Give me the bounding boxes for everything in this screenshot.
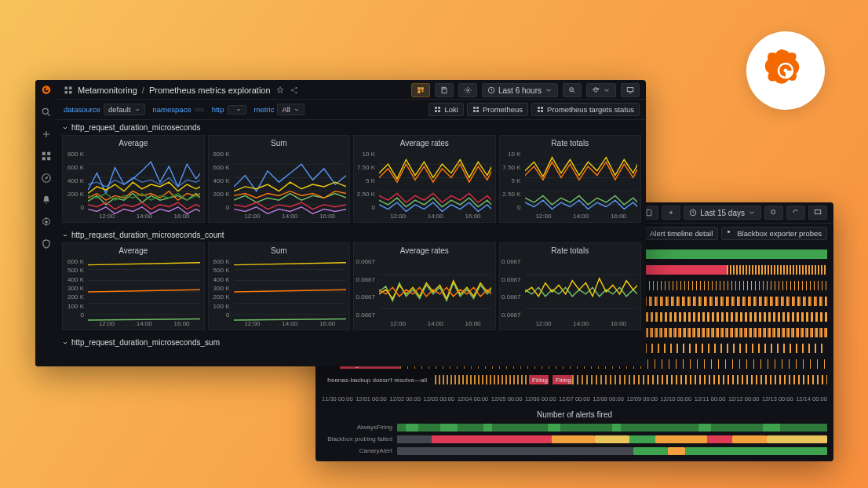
search-icon[interactable]: [41, 107, 52, 118]
clock-icon: [487, 86, 495, 94]
link-icon: [434, 106, 441, 113]
zoom-out-button-b[interactable]: [764, 206, 783, 220]
svg-rect-19: [421, 87, 423, 89]
breadcrumb-folder[interactable]: Metamonitoring: [78, 86, 137, 95]
time-picker-b[interactable]: Last 15 days: [684, 206, 761, 220]
link-prometheus[interactable]: Prometheus: [467, 103, 528, 116]
svg-rect-6: [47, 157, 50, 160]
breadcrumb-dashboard[interactable]: Prometheus metrics exploration: [149, 86, 271, 95]
chart-plot: [88, 258, 200, 326]
grafana-icon: [760, 46, 811, 96]
link-alert-timeline[interactable]: Alert timeline detail: [634, 227, 718, 240]
svg-line-16: [293, 89, 296, 90]
chevron-down-icon: [545, 86, 553, 94]
svg-rect-37: [541, 107, 543, 109]
panel-row-1: Average 0200 K400 K600 K800 K 12: [57, 135, 646, 228]
row-title-2: http_request_duration_microseconds_count: [71, 231, 224, 239]
add-panel-button[interactable]: [411, 83, 430, 97]
svg-line-17: [293, 91, 296, 93]
link-icon: [727, 230, 734, 237]
link-blackbox[interactable]: Blackbox exporter probes: [721, 227, 827, 240]
fire-row-blackbox: Blackbox probing failed: [315, 434, 833, 444]
alert-icon[interactable]: [41, 195, 52, 206]
grafana-home-icon[interactable]: [41, 85, 52, 96]
row-header-1[interactable]: http_request_duration_microseconds: [57, 120, 646, 135]
variable-bar: datasource default namespace http metric…: [57, 100, 646, 120]
plus-icon[interactable]: [41, 129, 52, 140]
chart-plot: [379, 258, 491, 326]
row-header-2[interactable]: http_request_duration_microseconds_count: [57, 228, 646, 242]
row-title-1: http_request_duration_microseconds: [71, 123, 201, 132]
panel-ratetotals-1[interactable]: Rate totals 02.50 K5 K7.50 K10 K 12:0014…: [499, 135, 642, 223]
row-title-3: http_request_duration_microseconds_sum: [71, 338, 220, 347]
share-icon[interactable]: [290, 86, 299, 95]
svg-rect-86: [815, 210, 821, 214]
var-metric: metric All: [254, 104, 305, 115]
fire-row-canary: CanaryAlert: [315, 446, 833, 456]
dashboard-grid-icon[interactable]: [64, 86, 73, 95]
xaxis: 12:0014:0016:00: [88, 213, 201, 220]
settings-button[interactable]: [458, 83, 477, 97]
chevron-down-icon: [294, 107, 300, 113]
kiosk-button-b[interactable]: [808, 206, 827, 220]
settings-button-b[interactable]: [662, 206, 680, 220]
panel-sum-1[interactable]: Sum 0200 K400 K600 K800 K 12:0014:0016:0…: [208, 135, 351, 223]
svg-point-13: [291, 89, 293, 91]
chart-plot: [234, 258, 346, 326]
link-icon: [472, 106, 480, 113]
panel-ratetotals-2[interactable]: Rate totals 0.06670.06670.06670.0667 12:…: [499, 242, 642, 330]
grafana-logo-badge: [746, 31, 825, 110]
chevron-down-icon: [748, 209, 756, 217]
svg-rect-29: [439, 107, 441, 109]
save-icon: [440, 86, 448, 94]
panel-avgrates-2[interactable]: Average rates 0.06670.06670.06670.0667 1…: [353, 242, 496, 330]
chevron-down-icon: [62, 125, 68, 131]
svg-rect-38: [538, 110, 540, 112]
row-header-3[interactable]: http_request_duration_microseconds_sum: [57, 335, 646, 350]
chart-plot: [525, 258, 637, 326]
svg-rect-12: [69, 91, 72, 94]
var-metric-select[interactable]: All: [277, 104, 305, 115]
timeline-xaxis: 11/30 00:0012/01 00:0012/02 00:0012/03 0…: [315, 394, 833, 407]
svg-point-83: [670, 212, 673, 214]
chevron-down-icon: [134, 107, 140, 113]
svg-rect-30: [436, 110, 438, 112]
link-icon: [537, 106, 544, 113]
var-namespace-select[interactable]: [195, 108, 204, 111]
link-prometheus-targets[interactable]: Prometheus targets status: [531, 103, 640, 116]
zoom-out-button[interactable]: [563, 83, 582, 97]
dashboards-icon[interactable]: [41, 151, 52, 162]
cog-icon: [667, 209, 675, 217]
refresh-icon: [592, 86, 600, 94]
shield-icon[interactable]: [41, 239, 52, 249]
var-datasource-select[interactable]: default: [104, 104, 145, 115]
panel-avgrates-1[interactable]: Average rates 02.50 K5 K7.50 K10 K 12:00…: [353, 135, 496, 223]
save-button[interactable]: [435, 83, 454, 97]
refresh-button[interactable]: [586, 83, 616, 97]
panel-average-2[interactable]: Average 0100 K200 K300 K400 K500 K600 K …: [62, 242, 205, 330]
refresh-button-b[interactable]: [786, 206, 805, 220]
var-http-select[interactable]: [228, 105, 246, 115]
panel-average-1[interactable]: Average 0200 K400 K600 K800 K 12: [62, 135, 205, 223]
svg-line-24: [573, 91, 574, 93]
link-loki[interactable]: Loki: [429, 103, 463, 116]
chevron-down-icon: [235, 107, 242, 113]
svg-rect-4: [47, 152, 50, 155]
svg-rect-11: [65, 91, 68, 94]
time-picker[interactable]: Last 6 hours: [482, 83, 558, 97]
cog-icon: [464, 86, 472, 94]
gear-icon[interactable]: [41, 217, 52, 228]
svg-rect-88: [728, 231, 730, 233]
kiosk-button[interactable]: [621, 83, 640, 97]
yaxis: 0200 K400 K600 K800 K: [63, 151, 86, 211]
svg-rect-18: [418, 87, 420, 89]
explore-icon[interactable]: [41, 173, 52, 184]
breadcrumb-separator: /: [142, 86, 144, 95]
nav-sidebar: [35, 80, 57, 366]
star-icon[interactable]: [275, 86, 285, 95]
var-datasource: datasource default: [64, 104, 145, 115]
monitor-icon: [814, 209, 822, 217]
panel-sum-2[interactable]: Sum 0100 K200 K300 K400 K500 K600 K 12:0…: [208, 242, 351, 330]
chart-plot: [525, 151, 637, 218]
refresh-icon: [792, 209, 800, 217]
